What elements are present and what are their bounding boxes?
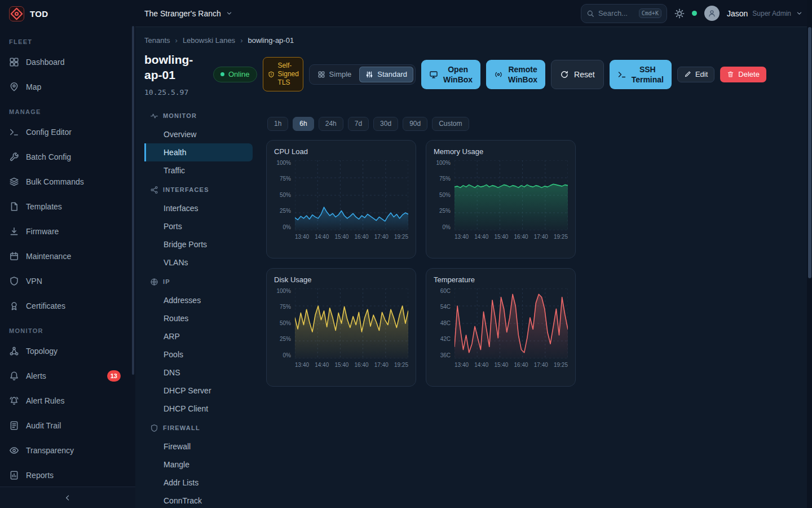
alerts-count-badge: 13 [107, 370, 121, 382]
mode-standard[interactable]: Standard [359, 67, 413, 82]
time-range-30d[interactable]: 30d [373, 117, 398, 131]
sidebar-item-map[interactable]: Map [0, 75, 135, 99]
firmware-icon [9, 226, 19, 237]
sidebar-item-firmware[interactable]: Firmware [0, 219, 135, 244]
search-input[interactable]: Search... Cmd+K [581, 4, 667, 23]
nav-item-health[interactable]: Health [144, 143, 253, 161]
grid-icon [317, 71, 325, 78]
chart-title: Temperature [434, 275, 568, 284]
remote-winbox-button[interactable]: Remote WinBox [486, 60, 545, 89]
nav-item-conntrack[interactable]: ConnTrack [144, 492, 253, 508]
nav-item-dns[interactable]: DNS [144, 364, 253, 382]
page-scrollbar[interactable] [807, 0, 812, 508]
tenant-selector[interactable]: The Stranger's Ranch [144, 9, 233, 18]
app-title: TOD [30, 9, 48, 19]
y-axis-labels: 60C54C48C42C36C [434, 288, 451, 358]
ssh-terminal-button[interactable]: SSH Terminal [610, 60, 672, 89]
nav-item-vlans[interactable]: VLANs [144, 253, 253, 271]
delete-button[interactable]: Delete [720, 67, 766, 82]
edit-button[interactable]: Edit [677, 67, 714, 82]
x-axis-labels: 13:4014:4015:4016:4017:4019:25 [295, 234, 408, 240]
breadcrumb-separator: › [175, 36, 178, 45]
sidebar-item-vpn[interactable]: VPN [0, 269, 135, 294]
topbar: The Stranger's Ranch Search... Cmd+K Jas… [135, 0, 812, 27]
nav-item-addresses[interactable]: Addresses [144, 291, 253, 309]
reset-label: Reset [574, 70, 595, 79]
nav-item-interfaces[interactable]: Interfaces [144, 199, 253, 217]
sidebar-item-label: Alert Rules [26, 396, 64, 405]
edit-label: Edit [695, 70, 708, 78]
x-axis-labels: 13:4014:4015:4016:4017:4019:25 [454, 234, 568, 240]
sidebar-item-label: Certificates [26, 301, 65, 310]
breadcrumb-item[interactable]: Tenants [144, 36, 170, 45]
nav-item-mangle[interactable]: Mangle [144, 456, 253, 474]
sidebar-item-label: Reports [26, 471, 54, 480]
sidebar: TOD FLEETDashboardMapMANAGEConfig Editor… [0, 0, 135, 508]
open-winbox-label: Open WinBox [443, 64, 473, 85]
theme-toggle-sun-icon[interactable] [674, 8, 685, 19]
device-ip: 10.25.5.97 [144, 88, 208, 97]
sidebar-item-templates[interactable]: Templates [0, 194, 135, 219]
remote-winbox-label: Remote WinBox [508, 64, 537, 85]
nav-item-dhcp-server[interactable]: DHCP Server [144, 382, 253, 400]
chart-card-disk-usage: Disk Usage100%75%50%25%0%13:4014:4015:40… [266, 268, 416, 387]
sidebar-item-reports[interactable]: Reports [0, 463, 135, 487]
nav-item-bridge-ports[interactable]: Bridge Ports [144, 235, 253, 253]
charts-area: 1h6h24h7d30d90dCustom CPU Load100%75%50%… [253, 106, 803, 508]
chart-card-temperature: Temperature60C54C48C42C36C13:4014:4015:4… [426, 268, 576, 387]
search-placeholder: Search... [598, 9, 628, 17]
nav-item-overview[interactable]: Overview [144, 125, 253, 143]
sidebar-item-topology[interactable]: Topology [0, 339, 135, 364]
chart-card-cpu-load: CPU Load100%75%50%25%0%13:4014:4015:4016… [266, 140, 416, 259]
sidebar-item-audit-trail[interactable]: Audit Trail [0, 413, 135, 438]
nav-item-arp[interactable]: ARP [144, 327, 253, 345]
sidebar-item-label: VPN [26, 277, 42, 286]
templates-icon [9, 202, 19, 212]
reset-button[interactable]: Reset [551, 60, 604, 89]
main-column: The Stranger's Ranch Search... Cmd+K Jas… [135, 0, 812, 508]
time-range-custom[interactable]: Custom [432, 117, 469, 131]
shield-alert-icon [268, 71, 275, 78]
time-range-7d[interactable]: 7d [348, 117, 369, 131]
sidebar-item-maintenance[interactable]: Maintenance [0, 244, 135, 269]
nav-item-firewall[interactable]: Firewall [144, 437, 253, 456]
online-dot-icon [220, 72, 224, 76]
sidebar-item-certificates[interactable]: Certificates [0, 294, 135, 318]
sidebar-nav: FLEETDashboardMapMANAGEConfig EditorBatc… [0, 27, 135, 487]
nav-item-pools[interactable]: Pools [144, 345, 253, 364]
sidebar-item-transparency[interactable]: Transparency [0, 438, 135, 463]
avatar[interactable] [704, 6, 720, 21]
tenant-name: The Stranger's Ranch [144, 9, 221, 18]
nav-group-label: IP [163, 278, 170, 285]
open-winbox-button[interactable]: Open WinBox [421, 60, 480, 89]
time-range-24h[interactable]: 24h [319, 117, 343, 131]
alerts-icon [9, 371, 19, 381]
mode-standard-label: Standard [377, 70, 407, 78]
time-range-90d[interactable]: 90d [403, 117, 427, 131]
sidebar-item-batch-config[interactable]: Batch Config [0, 144, 135, 169]
nav-item-addr-lists[interactable]: Addr Lists [144, 474, 253, 492]
pencil-icon [684, 71, 691, 78]
chevron-left-icon [64, 494, 72, 502]
page-scrollbar-thumb[interactable] [808, 27, 811, 278]
nav-item-dhcp-client[interactable]: DHCP Client [144, 400, 253, 418]
mode-simple[interactable]: Simple [311, 67, 358, 82]
sidebar-scrollbar[interactable] [132, 26, 134, 375]
sidebar-item-config-editor[interactable]: Config Editor [0, 120, 135, 144]
sidebar-collapse-button[interactable] [0, 487, 135, 508]
nav-item-routes[interactable]: Routes [144, 309, 253, 327]
nav-item-ports[interactable]: Ports [144, 217, 253, 235]
nav-item-traffic[interactable]: Traffic [144, 161, 253, 179]
app-logo[interactable]: TOD [0, 0, 135, 27]
sidebar-item-bulk-commands[interactable]: Bulk Commands [0, 169, 135, 194]
time-range-6h[interactable]: 6h [293, 117, 314, 131]
audit-trail-icon [9, 421, 19, 431]
breadcrumb-item[interactable]: Lebowski Lanes [183, 36, 235, 45]
sidebar-item-alert-rules[interactable]: Alert Rules [0, 388, 135, 413]
sidebar-item-dashboard[interactable]: Dashboard [0, 50, 135, 75]
sidebar-item-alerts[interactable]: Alerts13 [0, 364, 135, 388]
user-menu[interactable]: Jason Super Admin [727, 9, 803, 18]
nav-group-label: FIREWALL [163, 424, 200, 431]
time-range-1h[interactable]: 1h [267, 117, 288, 131]
sidebar-item-label: Topology [26, 347, 58, 356]
